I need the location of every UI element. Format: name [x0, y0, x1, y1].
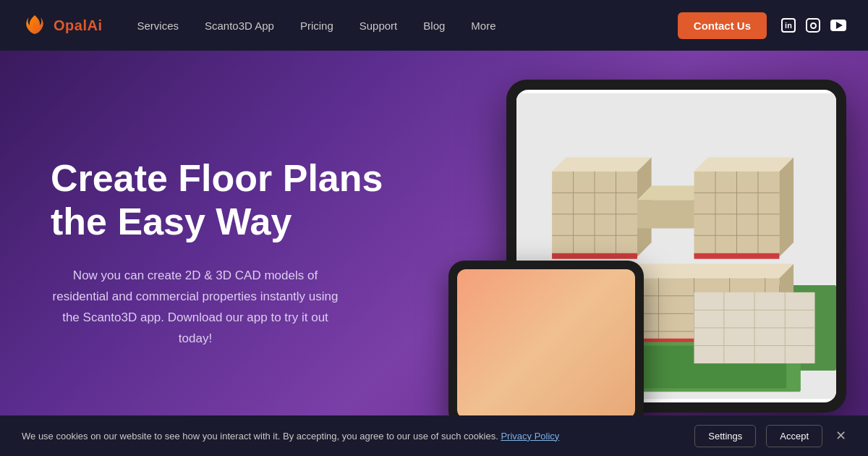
instagram-icon[interactable] — [806, 18, 820, 33]
logo[interactable]: OpalAi — [22, 12, 102, 38]
hero-title: Create Floor Plans the Easy Way — [51, 157, 383, 244]
nav-item-scanto3d[interactable]: Scanto3D App — [192, 20, 287, 32]
tablet-small-screen — [457, 269, 635, 418]
nav-item-more[interactable]: More — [458, 20, 509, 32]
privacy-policy-link[interactable]: Privacy Policy — [501, 431, 559, 442]
youtube-icon[interactable] — [830, 20, 846, 31]
svg-marker-6 — [637, 200, 694, 228]
linkedin-icon[interactable]: in — [781, 18, 796, 33]
svg-marker-11 — [694, 157, 794, 172]
settings-button[interactable]: Settings — [694, 425, 756, 447]
tablet-small — [448, 261, 644, 427]
svg-rect-24 — [552, 253, 637, 259]
nav-item-services[interactable]: Services — [124, 20, 192, 32]
svg-rect-25 — [694, 253, 780, 259]
logo-icon — [22, 12, 48, 38]
hero-description: Now you can create 2D & 3D CAD models of… — [51, 266, 340, 350]
hero-content: Create Floor Plans the Easy Way Now you … — [0, 157, 383, 349]
cookie-banner: We use cookies on our website to see how… — [0, 415, 868, 456]
hero-images — [448, 65, 868, 449]
nav-item-blog[interactable]: Blog — [410, 20, 458, 32]
svg-marker-5 — [552, 157, 652, 172]
nav-item-pricing[interactable]: Pricing — [287, 20, 346, 32]
navbar: OpalAi Services Scanto3D App Pricing Sup… — [0, 0, 868, 51]
close-icon[interactable]: ✕ — [835, 428, 846, 444]
nav-item-support[interactable]: Support — [346, 20, 411, 32]
social-icons: in — [781, 18, 846, 33]
accept-button[interactable]: Accept — [766, 425, 822, 447]
logo-text: OpalAi — [54, 17, 102, 34]
contact-button[interactable]: Contact Us — [678, 12, 767, 39]
hero-section: Create Floor Plans the Easy Way Now you … — [0, 51, 868, 456]
svg-marker-10 — [779, 157, 793, 257]
cookie-message: We use cookies on our website to see how… — [22, 431, 681, 442]
nav-links: Services Scanto3D App Pricing Support Bl… — [124, 20, 509, 32]
